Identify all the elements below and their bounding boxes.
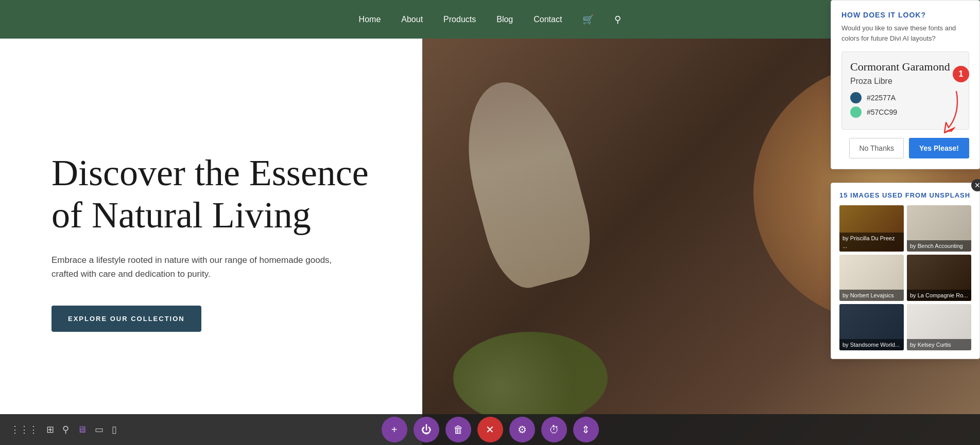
delete-button[interactable]: 🗑 (445, 417, 471, 442)
image-thumb-1[interactable]: by Priscilla Du Preez ... (839, 205, 904, 252)
image-caption-1: by Priscilla Du Preez ... (839, 233, 904, 252)
close-popup-button[interactable]: ✕ (971, 179, 980, 191)
feather-decoration (449, 70, 602, 295)
apples-decoration (453, 332, 608, 424)
image-caption-3: by Norbert Levajsics (839, 290, 904, 301)
nav-products[interactable]: Products (443, 15, 476, 24)
explore-collection-button[interactable]: EXPLORE OUR COLLECTION (51, 306, 201, 332)
popup-images: ✕ 15 IMAGES USED FROM UNSPLASH by Prisci… (831, 183, 980, 359)
image-thumb-4[interactable]: by La Compagnie Ro... (907, 255, 971, 301)
color-hex-2: #57CC99 (867, 108, 897, 116)
search-icon[interactable]: ⚲ (614, 14, 621, 25)
toolbar-grid-icon[interactable]: ⊞ (46, 424, 54, 435)
color-hex-1: #22577A (867, 94, 896, 102)
hero-subtitle: Embrace a lifestyle rooted in nature wit… (51, 253, 340, 281)
color-swatch-1 (850, 92, 862, 103)
popup-fonts-description: Would you like to save these fonts and c… (841, 23, 969, 43)
add-button[interactable]: + (382, 417, 407, 442)
hero-title: Discover the Essence of Natural Living (51, 152, 371, 237)
nav-home[interactable]: Home (359, 15, 381, 24)
arrow-indicator (933, 86, 964, 138)
font-name-primary: Cormorant Garamond (850, 60, 960, 74)
toolbar-left-icons: ⋮⋮⋮ ⊞ ⚲ 🖥 ▭ ▯ (10, 424, 117, 435)
popup-images-title: 15 IMAGES USED FROM UNSPLASH (839, 191, 971, 199)
popup-fonts: HOW DOES IT LOOK? Would you like to save… (831, 0, 980, 169)
toolbar-menu-icon[interactable]: ⋮⋮⋮ (10, 424, 38, 435)
toolbar-tablet-icon[interactable]: ▭ (95, 424, 104, 435)
image-thumb-2[interactable]: by Bench Accounting (907, 205, 971, 252)
color-swatch-2 (850, 106, 862, 118)
nav-blog[interactable]: Blog (496, 15, 513, 24)
settings-button[interactable]: ⚙ (509, 417, 535, 442)
image-thumb-3[interactable]: by Norbert Levajsics (839, 255, 904, 301)
toolbar-search-icon[interactable]: ⚲ (62, 424, 69, 435)
timer-button[interactable]: ⏱ (541, 417, 567, 442)
images-grid: by Priscilla Du Preez ... by Bench Accou… (839, 205, 971, 350)
cart-icon[interactable]: 🛒 (582, 14, 594, 25)
image-caption-4: by La Compagnie Ro... (907, 290, 971, 301)
bottom-toolbar: ⋮⋮⋮ ⊞ ⚲ 🖥 ▭ ▯ + ⏻ 🗑 ✕ ⚙ ⏱ ⇕ (0, 414, 980, 445)
yes-please-button[interactable]: Yes Please! (909, 138, 969, 158)
toolbar-center-buttons: + ⏻ 🗑 ✕ ⚙ ⏱ ⇕ (382, 417, 599, 442)
toolbar-mobile-icon[interactable]: ▯ (112, 424, 117, 435)
image-thumb-6[interactable]: by Kelsey Curtis (907, 304, 971, 350)
font-name-secondary: Proza Libre (850, 77, 960, 86)
toolbar-desktop-icon[interactable]: 🖥 (77, 424, 87, 435)
popup-actions: 1 No Thanks Yes Please! (841, 138, 969, 158)
popup-fonts-title: HOW DOES IT LOOK? (841, 11, 969, 19)
power-button[interactable]: ⏻ (414, 417, 439, 442)
hero-left-content: Discover the Essence of Natural Living E… (0, 39, 422, 445)
nav-contact[interactable]: Contact (534, 15, 562, 24)
image-caption-2: by Bench Accounting (907, 240, 971, 252)
image-thumb-5[interactable]: by Standsome World... (839, 304, 904, 350)
nav-about[interactable]: About (401, 15, 423, 24)
no-thanks-button[interactable]: No Thanks (849, 138, 903, 158)
image-caption-6: by Kelsey Curtis (907, 339, 971, 350)
image-caption-5: by Standsome World... (839, 339, 904, 350)
badge-number: 1 (953, 66, 969, 82)
close-button[interactable]: ✕ (477, 417, 503, 442)
expand-button[interactable]: ⇕ (573, 417, 599, 442)
